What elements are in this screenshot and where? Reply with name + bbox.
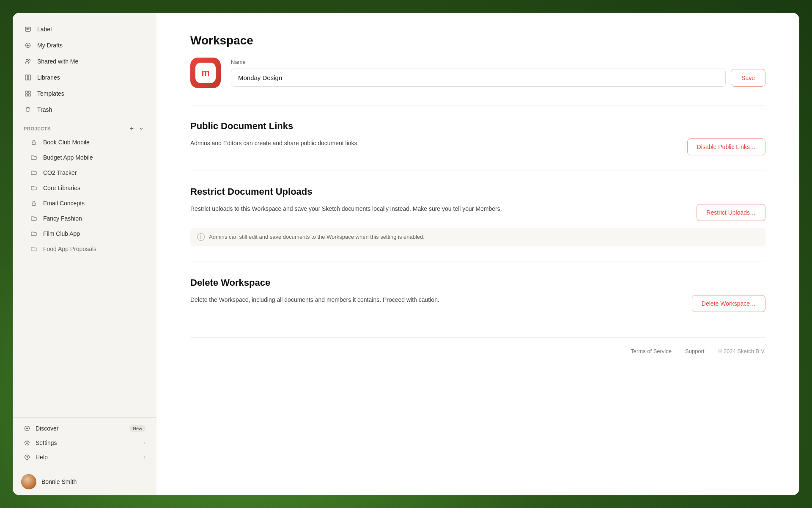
folder-icon-film [30,229,38,238]
delete-workspace-description: Delete the Workspace, including all docu… [190,295,675,304]
public-doc-links-section: Public Document Links Admins and Editors… [190,121,765,155]
project-label-email-concepts: Email Concepts [43,200,85,207]
project-item-film-club-app[interactable]: Film Club App [24,226,145,241]
project-item-fancy-fashion[interactable]: Fancy Fashion [24,211,145,226]
support-link[interactable]: Support [685,348,705,354]
svg-rect-0 [25,27,30,31]
folder-icon-core [30,184,38,192]
sidebar-item-libraries[interactable]: Libraries [18,69,151,86]
drafts-icon [24,41,32,50]
restrict-uploads-button[interactable]: Restrict Uploads… [697,204,765,221]
terms-of-service-link[interactable]: Terms of Service [631,348,672,354]
collapse-projects-button[interactable] [137,125,145,132]
divider-3 [190,262,765,262]
svg-text:?: ? [26,456,28,460]
project-item-email-concepts[interactable]: Email Concepts [24,196,145,211]
sidebar-item-shared-with-me[interactable]: Shared with Me [18,53,151,69]
shared-with-me-label: Shared with Me [37,58,78,65]
settings-chevron-icon: › [144,440,145,446]
folder-icon-co2 [30,168,38,177]
user-name: Bonnie Smith [41,478,77,485]
user-profile[interactable]: Bonnie Smith [13,468,156,495]
project-item-food-app-proposals[interactable]: Food App Proposals [24,241,145,257]
svg-rect-10 [25,91,27,93]
svg-rect-8 [25,75,27,80]
workspace-name-input[interactable] [231,69,726,87]
public-doc-links-description: Admins and Editors can create and share … [190,138,670,148]
delete-workspace-button[interactable]: Delete Workspace… [692,295,765,312]
delete-workspace-title: Delete Workspace [190,277,765,288]
discover-left: Discover [24,425,58,432]
svg-rect-15 [32,203,36,206]
public-doc-links-title: Public Document Links [190,121,765,132]
main-footer: Terms of Service Support © 2024 Sketch B… [190,337,765,354]
project-label-budget-app-mobile: Budget App Mobile [43,154,93,161]
help-label: Help [36,454,48,461]
svg-point-7 [29,60,30,61]
info-icon: i [197,233,205,241]
discover-icon [24,425,30,432]
copyright-text: © 2024 Sketch B.V. [718,348,765,354]
info-text: Admins can still edit and save documents… [209,233,425,241]
project-label-film-club-app: Film Club App [43,230,80,237]
shared-icon [24,57,32,66]
workspace-name-row: Save [231,69,765,87]
restrict-uploads-title: Restrict Document Uploads [190,186,765,197]
project-label-co2-tracker: CO2 Tracker [43,169,77,176]
public-doc-links-row: Admins and Editors can create and share … [190,138,765,155]
delete-workspace-row: Delete the Workspace, including all docu… [190,295,765,312]
libraries-icon [24,73,32,82]
restrict-uploads-row: Restrict uploads to this Workspace and s… [190,204,765,221]
help-chevron-icon: › [144,454,145,460]
projects-section: PROJECTS + [18,118,151,260]
avatar-image [21,474,36,489]
main-content: Workspace m Name Save Public Document Li… [156,13,799,495]
project-item-co2-tracker[interactable]: CO2 Tracker [24,165,145,180]
projects-header: PROJECTS + [24,124,145,133]
discover-label: Discover [36,425,58,432]
svg-rect-12 [25,94,27,96]
sidebar-item-trash[interactable]: Trash [18,102,151,118]
sidebar-item-label[interactable]: Label [18,21,151,37]
avatar [21,474,36,489]
discover-badge: New [129,425,145,432]
svg-point-6 [26,59,28,61]
sidebar-item-label-text: Label [37,26,52,33]
disable-public-links-button[interactable]: Disable Public Links… [687,138,765,155]
project-item-book-club-mobile[interactable]: Book Club Mobile [24,135,145,150]
svg-rect-14 [32,142,36,145]
sidebar-item-help[interactable]: ? Help › [18,450,151,464]
svg-point-17 [26,428,28,429]
folder-icon-fancy [30,214,38,223]
sidebar-item-settings[interactable]: Settings › [18,436,151,450]
workspace-name-section: m Name Save [190,58,765,88]
project-label-core-libraries: Core Libraries [43,185,80,191]
lock-icon-email [30,199,38,207]
sidebar-nav: Label My Drafts [13,21,156,417]
svg-point-18 [26,442,28,444]
project-item-budget-app-mobile[interactable]: Budget App Mobile [24,150,145,165]
lock-icon [30,138,38,146]
help-icon: ? [24,454,30,461]
workspace-name-form: Name Save [231,59,765,87]
project-label-food-app-proposals: Food App Proposals [43,246,96,252]
help-left: ? Help [24,454,48,461]
templates-icon [24,89,32,98]
settings-icon [24,439,30,446]
sidebar-item-templates[interactable]: Templates [18,86,151,102]
restrict-uploads-section: Restrict Document Uploads Restrict uploa… [190,186,765,246]
sidebar-item-discover[interactable]: Discover New [18,421,151,436]
restrict-uploads-description: Restrict uploads to this Workspace and s… [190,204,680,213]
workspace-logo: m [190,58,221,88]
workspace-logo-letter: m [195,63,216,83]
restrict-uploads-info: i Admins can still edit and save documen… [190,228,765,246]
save-button[interactable]: Save [731,69,765,87]
svg-rect-11 [28,91,30,93]
divider-2 [190,171,765,171]
page-title: Workspace [190,34,765,47]
project-item-core-libraries[interactable]: Core Libraries [24,180,145,196]
sidebar-item-my-drafts[interactable]: My Drafts [18,37,151,53]
folder-icon-food [30,245,38,253]
projects-label: PROJECTS [24,126,51,131]
add-project-button[interactable]: + [128,124,135,133]
